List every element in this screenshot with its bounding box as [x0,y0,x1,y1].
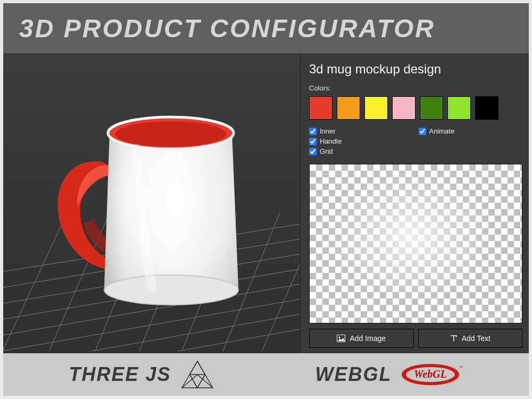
brand-threejs: THREE JS [69,358,215,391]
swatch-darkgreen[interactable] [420,96,443,120]
colors-label: Colors: [309,84,522,92]
viewport-3d[interactable] [3,53,300,353]
footer: THREE JS WEBGL W [3,353,529,396]
main-area: 3d mug mockup design Colors: Inner Anim [3,53,529,353]
check-animate-label: Animate [429,127,455,135]
text-icon [450,335,458,342]
webgl-label: WEBGL [315,363,392,386]
add-image-button[interactable]: Add Image [309,329,414,348]
add-image-label: Add Image [350,334,386,343]
app-frame: 3D PRODUCT CONFIGURATOR [0,0,532,399]
config-panel: 3d mug mockup design Colors: Inner Anim [300,53,529,353]
svg-line-7 [3,321,300,351]
threejs-icon [179,358,216,391]
webgl-logo-icon: WebGL ™ [400,361,463,388]
image-icon [337,335,345,342]
swatch-orange[interactable] [337,96,360,120]
viewport-canvas [3,53,300,351]
svg-line-25 [189,375,197,388]
banner-title: 3D PRODUCT CONFIGURATOR [19,14,435,43]
check-animate[interactable]: Animate [419,127,523,135]
swatch-pink[interactable] [392,96,415,120]
options-checks: Inner Animate Handle Grid [309,127,522,155]
brand-webgl: WEBGL WebGL ™ [315,361,463,388]
color-swatches [309,96,522,120]
check-handle[interactable]: Handle [309,137,413,145]
add-text-label: Add Text [462,334,491,343]
mug [57,117,238,305]
svg-marker-20 [189,375,205,388]
swatch-red[interactable] [309,96,332,120]
swatch-yellow[interactable] [364,96,388,120]
panel-buttons: Add Image Add Text [309,329,522,348]
check-inner[interactable]: Inner [309,127,413,135]
check-grid-box[interactable] [309,148,317,155]
check-handle-box[interactable] [309,138,317,145]
panel-title: 3d mug mockup design [309,62,522,77]
svg-line-23 [189,361,197,375]
check-grid[interactable]: Grid [309,147,413,155]
swatch-black[interactable] [475,96,498,120]
texture-canvas[interactable] [309,164,522,323]
check-inner-box[interactable] [309,128,317,135]
svg-line-26 [197,375,205,388]
mug-inner [115,121,226,147]
check-handle-label: Handle [320,137,342,145]
check-animate-box[interactable] [419,128,426,135]
svg-line-24 [197,361,205,375]
top-banner: 3D PRODUCT CONFIGURATOR [3,3,529,53]
svg-text:™: ™ [459,365,463,369]
add-text-button[interactable]: Add Text [418,329,523,348]
check-inner-label: Inner [320,127,336,135]
svg-line-21 [182,375,197,388]
threejs-label: THREE JS [69,363,171,386]
swatch-lime[interactable] [447,96,471,120]
svg-point-18 [339,336,340,338]
svg-line-6 [3,306,300,351]
svg-line-22 [197,375,213,388]
check-grid-label: Grid [320,147,333,155]
webgl-badge-text: WebGL [414,368,447,380]
